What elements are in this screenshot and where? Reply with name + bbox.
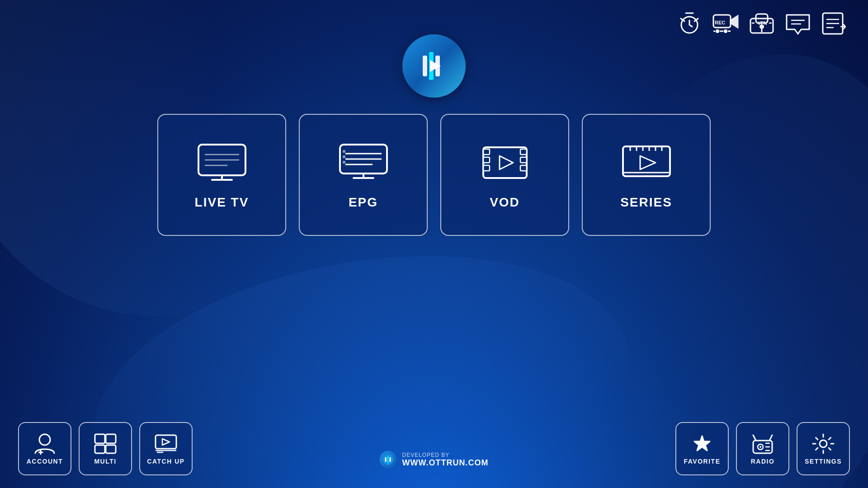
svg-rect-56 (106, 434, 116, 443)
radio-icon (750, 432, 775, 455)
svg-point-52 (39, 434, 50, 445)
svg-text:VPN: VPN (758, 21, 767, 26)
dev-url: WWW.OTTRUN.COM (402, 458, 489, 468)
svg-text:REC: REC (715, 20, 725, 25)
vod-icon (478, 140, 532, 187)
epg-icon (336, 140, 391, 187)
dev-logo (380, 451, 397, 468)
msg-button[interactable] (782, 8, 814, 39)
live-tv-icon (195, 140, 249, 187)
svg-point-68 (760, 446, 761, 448)
svg-rect-57 (95, 445, 105, 453)
svg-rect-59 (156, 435, 176, 449)
account-button[interactable]: ACCOUNT (18, 422, 71, 475)
main-menu: LIVE TV EPG (157, 114, 711, 236)
alarm-icon (676, 10, 703, 37)
catchup-icon (154, 432, 178, 455)
svg-point-72 (820, 440, 827, 447)
svg-rect-42 (520, 157, 527, 163)
series-icon (619, 140, 674, 187)
favorite-icon (690, 432, 714, 455)
update-button[interactable] (818, 8, 850, 39)
catch-up-button[interactable]: CATCH UP (139, 422, 193, 475)
account-label: ACCOUNT (27, 458, 63, 465)
svg-rect-64 (387, 456, 389, 463)
catch-up-label: CATCH UP (147, 458, 184, 465)
dev-text-group: DEVELOPED BY WWW.OTTRUN.COM (402, 452, 489, 468)
settings-label: SETTINGS (805, 458, 842, 465)
radio-button[interactable]: RADIO (736, 422, 789, 475)
epg-label: EPG (349, 195, 378, 210)
account-icon (33, 432, 57, 455)
svg-rect-19 (423, 56, 427, 76)
svg-rect-39 (483, 157, 490, 163)
favorite-button[interactable]: FAVORITE (675, 422, 729, 475)
svg-rect-43 (520, 165, 527, 171)
top-bar: REC VPN (0, 0, 868, 39)
vod-card[interactable]: VOD (440, 114, 569, 236)
alarm-button[interactable] (674, 8, 705, 39)
svg-rect-58 (106, 445, 116, 453)
multi-icon (93, 432, 118, 455)
radio-label: RADIO (751, 458, 775, 465)
svg-rect-40 (483, 165, 490, 171)
bottom-left-group: ACCOUNT MULTI (18, 422, 193, 475)
developer-credit: DEVELOPED BY WWW.OTTRUN.COM (380, 451, 489, 468)
live-tv-card[interactable]: LIVE TV (157, 114, 286, 236)
favorite-label: FAVORITE (684, 458, 721, 465)
epg-card[interactable]: EPG (299, 114, 428, 236)
settings-icon (811, 432, 835, 455)
dev-prefix: DEVELOPED BY (402, 452, 489, 458)
svg-rect-36 (343, 161, 345, 164)
vod-label: VOD (490, 195, 520, 210)
vpn-button[interactable]: VPN (746, 8, 778, 39)
series-card[interactable]: SERIES (582, 114, 711, 236)
rec-icon: REC (712, 10, 740, 37)
svg-rect-34 (343, 150, 345, 153)
series-label: SERIES (620, 195, 672, 210)
svg-rect-65 (390, 457, 391, 462)
multi-button[interactable]: MULTI (79, 422, 132, 475)
msg-icon (784, 10, 812, 37)
main-page: REC VPN (0, 0, 868, 488)
live-tv-label: LIVE TV (195, 195, 249, 210)
bottom-right-group: FAVORITE RADIO (675, 422, 850, 475)
svg-rect-35 (343, 155, 345, 158)
svg-rect-63 (385, 457, 387, 462)
bottom-bar: ACCOUNT MULTI (0, 422, 868, 488)
rec-button[interactable]: REC (710, 8, 741, 39)
svg-point-3 (724, 29, 727, 33)
svg-rect-41 (520, 149, 527, 155)
svg-rect-55 (95, 434, 105, 443)
vpn-icon: VPN (748, 10, 776, 37)
update-icon (820, 10, 848, 37)
multi-label: MULTI (94, 458, 116, 465)
settings-button[interactable]: SETTINGS (797, 422, 850, 475)
svg-point-2 (716, 29, 719, 33)
svg-rect-38 (483, 149, 490, 155)
logo (402, 34, 466, 98)
